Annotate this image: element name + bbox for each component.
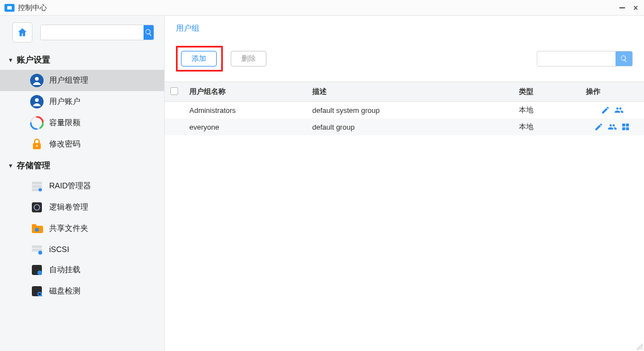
svg-rect-7 (32, 182, 42, 184)
sidebar-item-label: iSCSI (49, 245, 69, 254)
svg-rect-21 (622, 124, 625, 126)
cell-type: 本地 (513, 102, 580, 119)
add-button[interactable]: 添加 (181, 51, 217, 67)
sidebar-item-label: 用户账户 (49, 97, 80, 107)
sidebar-item-label: 共享文件夹 (49, 224, 88, 234)
main-panel: 用户组 添加 删除 用户组名称 描述 类型 操作 (165, 16, 644, 351)
user-group-table: 用户组名称 描述 类型 操作 Administrators default sy… (165, 82, 644, 135)
user-icon (30, 95, 44, 108)
resize-grip[interactable] (636, 343, 643, 350)
sidebar-item-lvm[interactable]: 逻辑卷管理 (0, 197, 164, 218)
sidebar-section-label: 存储管理 (17, 160, 50, 171)
svg-rect-24 (626, 127, 629, 130)
svg-rect-8 (32, 185, 42, 188)
sidebar-item-label: 容量限额 (49, 118, 80, 128)
members-icon[interactable] (614, 106, 623, 115)
sidebar-section-label: 账户设置 (17, 55, 50, 65)
lvm-icon (30, 201, 44, 214)
edit-icon[interactable] (594, 122, 603, 131)
breadcrumb: 用户组 (165, 16, 644, 38)
svg-point-13 (35, 228, 39, 232)
close-button[interactable]: × (632, 4, 640, 12)
raid-icon (30, 179, 44, 193)
svg-point-18 (37, 271, 42, 275)
column-header-operations[interactable]: 操作 (580, 82, 644, 102)
mount-icon (30, 263, 44, 277)
column-header-type[interactable]: 类型 (513, 82, 580, 102)
members-icon[interactable] (608, 122, 617, 131)
quota-icon (30, 116, 44, 130)
sidebar-search (40, 25, 154, 40)
sidebar-item-label: 修改密码 (49, 139, 80, 149)
search-icon (145, 29, 152, 36)
svg-point-3 (35, 98, 39, 102)
sidebar-item-label: 用户组管理 (49, 75, 88, 86)
svg-point-1 (35, 77, 39, 81)
toolbar: 添加 删除 (165, 38, 644, 82)
search-icon (620, 55, 628, 63)
table-row[interactable]: Administrators default system group 本地 (165, 102, 644, 119)
svg-rect-22 (626, 124, 629, 126)
sidebar-item-shared-folder[interactable]: 共享文件夹 (0, 218, 164, 239)
sidebar-item-user-group-mgmt[interactable]: 用户组管理 (0, 70, 164, 91)
svg-point-10 (39, 188, 42, 192)
row-operations (586, 122, 638, 131)
table-search-button[interactable] (616, 51, 632, 66)
sidebar: ▼ 账户设置 用户组管理 用户账户 容量限额 修改密码 (0, 16, 165, 351)
app-icon (4, 4, 15, 12)
table-search-input[interactable] (537, 55, 616, 63)
sidebar-search-button[interactable] (144, 25, 154, 40)
sidebar-item-label: 磁盘检测 (49, 286, 80, 296)
window-title: 控制中心 (18, 3, 47, 13)
svg-point-6 (36, 145, 38, 147)
chevron-down-icon: ▼ (8, 163, 13, 169)
user-group-icon (30, 74, 44, 87)
cell-name: Administrators (184, 102, 307, 119)
cell-name: everyone (184, 118, 307, 135)
sidebar-section-storage[interactable]: ▼ 存储管理 (0, 155, 164, 176)
folder-icon (30, 222, 44, 235)
svg-rect-14 (32, 245, 42, 248)
sidebar-item-label: RAID管理器 (49, 181, 91, 191)
sidebar-item-user-account[interactable]: 用户账户 (0, 91, 164, 112)
chevron-down-icon: ▼ (8, 57, 13, 63)
sidebar-item-automount[interactable]: 自动挂载 (0, 259, 164, 281)
sidebar-search-input[interactable] (41, 29, 144, 37)
lock-icon (30, 137, 44, 151)
column-header-description[interactable]: 描述 (307, 82, 513, 102)
edit-icon[interactable] (601, 106, 610, 115)
svg-rect-23 (622, 127, 625, 130)
table-search (537, 51, 633, 67)
delete-button[interactable]: 删除 (231, 51, 266, 67)
column-header-name[interactable]: 用户组名称 (184, 82, 307, 102)
sidebar-item-label: 自动挂载 (49, 265, 80, 275)
home-icon (17, 27, 28, 38)
table-row[interactable]: everyone default group 本地 (165, 118, 644, 135)
sidebar-item-raid[interactable]: RAID管理器 (0, 176, 164, 197)
select-all-checkbox[interactable] (170, 87, 178, 95)
window-buttons: × (618, 4, 640, 12)
home-button[interactable] (12, 22, 32, 42)
minimize-button[interactable] (618, 4, 626, 12)
sidebar-section-account[interactable]: ▼ 账户设置 (0, 49, 164, 70)
sidebar-item-label: 逻辑卷管理 (49, 202, 88, 212)
cell-description: default group (307, 118, 513, 135)
svg-rect-19 (32, 286, 42, 296)
row-operations (586, 106, 638, 115)
cell-description: default system group (307, 102, 513, 119)
disk-icon (30, 284, 44, 298)
iscsi-icon (30, 243, 44, 256)
sidebar-item-change-password[interactable]: 修改密码 (0, 134, 164, 155)
titlebar: 控制中心 × (0, 0, 644, 16)
add-button-highlight: 添加 (176, 46, 223, 72)
cell-type: 本地 (513, 118, 580, 135)
sidebar-item-iscsi[interactable]: iSCSI (0, 239, 164, 259)
apps-icon[interactable] (621, 122, 630, 131)
sidebar-item-disk-check[interactable]: 磁盘检测 (0, 281, 164, 302)
sidebar-item-quota[interactable]: 容量限额 (0, 112, 164, 134)
svg-point-16 (39, 251, 42, 255)
svg-rect-11 (32, 202, 42, 212)
